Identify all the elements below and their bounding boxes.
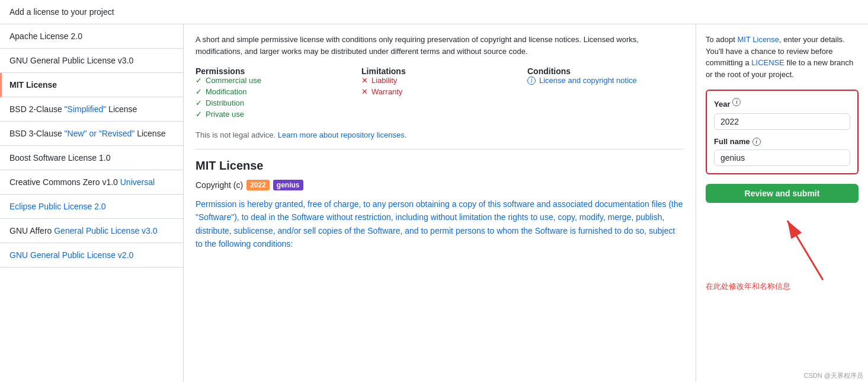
sidebar-item-bsd-3[interactable]: BSD 3-Clause "New" or "Revised" License: [0, 122, 183, 146]
sidebar-item-agpl-3[interactable]: GNU Affero General Public License v3.0: [0, 219, 183, 243]
sidebar-item-boost[interactable]: Boost Software License 1.0: [0, 146, 183, 170]
permissions-column: Permissions ✓ Commercial use ✓ Modificat…: [196, 66, 352, 121]
page-title: Add a license to your project: [0, 0, 868, 24]
review-submit-button[interactable]: Review and submit: [706, 184, 859, 203]
sidebar-item-gpl-2[interactable]: GNU General Public License v2.0: [0, 243, 183, 268]
right-panel-description: To adopt MIT License, enter your details…: [706, 34, 859, 80]
limit-warranty: ✕ Warranty: [361, 87, 518, 96]
fullname-form-group: Full name i: [714, 137, 850, 166]
right-panel: To adopt MIT License, enter your details…: [696, 24, 868, 382]
annotation-container: 在此处修改年和名称信息: [706, 203, 859, 298]
sidebar-item-mit[interactable]: MIT License: [0, 73, 183, 97]
perm-distribution: ✓ Distribution: [196, 98, 352, 107]
license-title: MIT License: [196, 159, 684, 173]
check-icon: ✓: [196, 98, 202, 107]
annotation-text: 在此处修改年和名称信息: [706, 281, 859, 292]
license-form-box: Year i Full name i: [706, 90, 859, 174]
license-file-link[interactable]: LICENSE: [751, 58, 784, 67]
license-content: A short and simple permissive license wi…: [184, 24, 696, 382]
svg-line-1: [787, 221, 823, 280]
fullname-info-icon: i: [752, 138, 761, 146]
check-icon: ✓: [196, 110, 202, 119]
license-sidebar: Apache License 2.0 GNU General Public Li…: [0, 24, 184, 382]
fullname-label: Full name i: [714, 137, 850, 146]
limitations-column: Limitations ✕ Liability ✕ Warranty: [361, 66, 518, 121]
agpl-3-link[interactable]: General Public License v3.0: [54, 226, 157, 235]
cc0-link[interactable]: Universal: [120, 177, 155, 187]
mit-license-link[interactable]: MIT License: [738, 35, 780, 44]
learn-more-link[interactable]: Learn more about repository licenses.: [278, 130, 407, 139]
year-label: Year i: [714, 98, 850, 110]
info-icon: i: [527, 77, 536, 85]
fullname-input[interactable]: [714, 149, 850, 166]
license-description: A short and simple permissive license wi…: [196, 34, 684, 57]
gpl-2-link[interactable]: GNU General Public License v2.0: [9, 250, 133, 260]
cond-license-notice: i License and copyright notice: [527, 76, 684, 85]
check-icon: ✓: [196, 87, 202, 96]
limit-liability: ✕ Liability: [361, 76, 518, 85]
sidebar-item-bsd-2[interactable]: BSD 2-Clause "Simplified" License: [0, 97, 183, 122]
license-body-text: Permission is hereby granted, free of ch…: [196, 198, 684, 251]
permissions-header: Permissions: [196, 66, 352, 76]
sidebar-item-epl-2[interactable]: Eclipse Public License 2.0: [0, 195, 183, 219]
check-icon: ✓: [196, 76, 202, 85]
conditions-header: Conditions: [527, 66, 684, 76]
bsd-2-link[interactable]: "Simplified": [65, 104, 107, 114]
copyright-line: Copyright (c) 2022 genius: [196, 180, 684, 190]
year-form-group: Year i: [714, 98, 850, 130]
x-icon: ✕: [361, 87, 368, 96]
watermark: CSDN @天界程序员: [804, 371, 863, 380]
perm-private-use: ✓ Private use: [196, 110, 352, 119]
x-icon: ✕: [361, 76, 368, 85]
sidebar-item-apache-2[interactable]: Apache License 2.0: [0, 24, 183, 49]
legal-notice: This is not legal advice. Learn more abo…: [196, 130, 684, 139]
limitations-header: Limitations: [361, 66, 518, 76]
epl-2-link[interactable]: Eclipse Public License 2.0: [9, 202, 106, 211]
sidebar-item-cc0[interactable]: Creative Commons Zero v1.0 Universal: [0, 170, 183, 195]
copyright-year-badge: 2022: [246, 180, 270, 190]
copyright-name-badge: genius: [273, 180, 303, 190]
year-input[interactable]: [714, 113, 850, 130]
perm-commercial-use: ✓ Commercial use: [196, 76, 352, 85]
permissions-grid: Permissions ✓ Commercial use ✓ Modificat…: [196, 66, 684, 121]
annotation-arrow-svg: [770, 209, 841, 286]
bsd-3-link[interactable]: "New" or "Revised": [65, 129, 135, 138]
perm-modification: ✓ Modification: [196, 87, 352, 96]
conditions-column: Conditions i License and copyright notic…: [527, 66, 684, 121]
content-divider: [196, 149, 684, 149]
year-info-icon: i: [732, 98, 741, 106]
sidebar-item-gpl-3[interactable]: GNU General Public License v3.0: [0, 49, 183, 73]
